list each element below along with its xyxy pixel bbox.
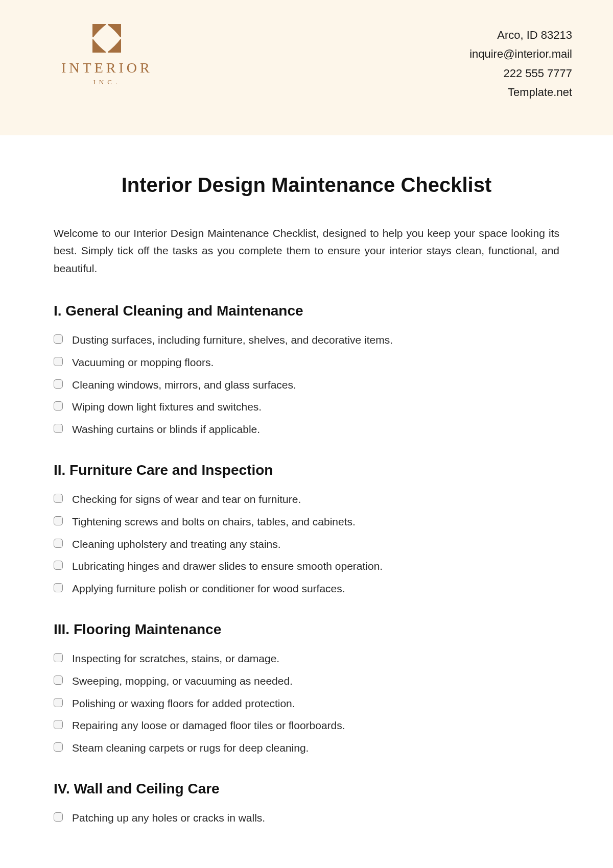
contact-phone: 222 555 7777 bbox=[469, 64, 572, 83]
checklist-item: Sweeping, mopping, or vacuuming as neede… bbox=[54, 672, 559, 690]
checklist-item: Tightening screws and bolts on chairs, t… bbox=[54, 513, 559, 531]
section-heading: I. General Cleaning and Maintenance bbox=[54, 303, 559, 319]
checklist-item-text: Washing curtains or blinds if applicable… bbox=[72, 421, 559, 438]
checklist-item: Patching up any holes or cracks in walls… bbox=[54, 809, 559, 827]
section: II. Furniture Care and InspectionCheckin… bbox=[54, 462, 559, 597]
checklist-item-text: Applying furniture polish or conditioner… bbox=[72, 580, 559, 597]
checklist-item-text: Checking for signs of wear and tear on f… bbox=[72, 491, 559, 508]
checkbox[interactable] bbox=[54, 583, 63, 592]
checklist-item-text: Tightening screws and bolts on chairs, t… bbox=[72, 513, 559, 531]
logo-text-sub: INC. bbox=[93, 78, 121, 86]
checklist-item: Polishing or waxing floors for added pro… bbox=[54, 695, 559, 712]
contact-address: Arco, ID 83213 bbox=[469, 26, 572, 44]
checklist-item: Inspecting for scratches, stains, or dam… bbox=[54, 650, 559, 667]
logo-text-main: INTERIOR bbox=[61, 60, 153, 76]
sections-container: I. General Cleaning and MaintenanceDusti… bbox=[54, 303, 559, 827]
checklist-item: Checking for signs of wear and tear on f… bbox=[54, 491, 559, 508]
checklist-item-text: Inspecting for scratches, stains, or dam… bbox=[72, 650, 559, 667]
checkbox[interactable] bbox=[54, 494, 63, 503]
intro-text: Welcome to our Interior Design Maintenan… bbox=[54, 225, 559, 278]
checklist-item-text: Lubricating hinges and drawer slides to … bbox=[72, 558, 559, 575]
checklist-item-text: Steam cleaning carpets or rugs for deep … bbox=[72, 739, 559, 757]
checkbox[interactable] bbox=[54, 561, 63, 570]
checkbox[interactable] bbox=[54, 424, 63, 433]
checklist-item-text: Polishing or waxing floors for added pro… bbox=[72, 695, 559, 712]
checkbox[interactable] bbox=[54, 357, 63, 366]
checklist: Dusting surfaces, including furniture, s… bbox=[54, 331, 559, 438]
checkbox[interactable] bbox=[54, 676, 63, 685]
section: IV. Wall and Ceiling CarePatching up any… bbox=[54, 781, 559, 827]
section-heading: II. Furniture Care and Inspection bbox=[54, 462, 559, 478]
checkbox[interactable] bbox=[54, 812, 63, 822]
checklist-item: Steam cleaning carpets or rugs for deep … bbox=[54, 739, 559, 757]
checklist-item-text: Vacuuming or mopping floors. bbox=[72, 354, 559, 371]
checklist-item-text: Repairing any loose or damaged floor til… bbox=[72, 717, 559, 734]
checklist-item-text: Cleaning windows, mirrors, and glass sur… bbox=[72, 376, 559, 394]
logo: INTERIOR INC. bbox=[61, 23, 153, 86]
document-header: INTERIOR INC. Arco, ID 83213 inquire@int… bbox=[0, 0, 613, 135]
checkbox[interactable] bbox=[54, 720, 63, 729]
checklist-item-text: Cleaning upholstery and treating any sta… bbox=[72, 536, 559, 553]
section-heading: IV. Wall and Ceiling Care bbox=[54, 781, 559, 797]
checklist-item: Repairing any loose or damaged floor til… bbox=[54, 717, 559, 734]
section: III. Flooring MaintenanceInspecting for … bbox=[54, 621, 559, 756]
contact-email: inquire@interior.mail bbox=[469, 44, 572, 63]
checkbox[interactable] bbox=[54, 379, 63, 389]
checkbox[interactable] bbox=[54, 539, 63, 548]
section: I. General Cleaning and MaintenanceDusti… bbox=[54, 303, 559, 438]
checklist: Inspecting for scratches, stains, or dam… bbox=[54, 650, 559, 756]
checkbox[interactable] bbox=[54, 742, 63, 752]
contact-website: Template.net bbox=[469, 83, 572, 102]
checkbox[interactable] bbox=[54, 334, 63, 344]
checklist-item: Vacuuming or mopping floors. bbox=[54, 354, 559, 371]
checklist-item-text: Patching up any holes or cracks in walls… bbox=[72, 809, 559, 827]
section-heading: III. Flooring Maintenance bbox=[54, 621, 559, 638]
checkbox[interactable] bbox=[54, 401, 63, 411]
checklist-item: Lubricating hinges and drawer slides to … bbox=[54, 558, 559, 575]
logo-mark-icon bbox=[91, 23, 122, 54]
page-title: Interior Design Maintenance Checklist bbox=[54, 174, 559, 197]
checkbox[interactable] bbox=[54, 653, 63, 662]
checklist: Checking for signs of wear and tear on f… bbox=[54, 491, 559, 597]
checklist-item-text: Wiping down light fixtures and switches. bbox=[72, 398, 559, 416]
checklist: Patching up any holes or cracks in walls… bbox=[54, 809, 559, 827]
checklist-item: Washing curtains or blinds if applicable… bbox=[54, 421, 559, 438]
checklist-item: Wiping down light fixtures and switches. bbox=[54, 398, 559, 416]
contact-info: Arco, ID 83213 inquire@interior.mail 222… bbox=[469, 23, 572, 102]
checklist-item: Cleaning windows, mirrors, and glass sur… bbox=[54, 376, 559, 394]
checkbox[interactable] bbox=[54, 516, 63, 525]
checklist-item-text: Sweeping, mopping, or vacuuming as neede… bbox=[72, 672, 559, 690]
checklist-item: Dusting surfaces, including furniture, s… bbox=[54, 331, 559, 349]
checklist-item: Applying furniture polish or conditioner… bbox=[54, 580, 559, 597]
checkbox[interactable] bbox=[54, 698, 63, 707]
checklist-item-text: Dusting surfaces, including furniture, s… bbox=[72, 331, 559, 349]
checklist-item: Cleaning upholstery and treating any sta… bbox=[54, 536, 559, 553]
document-content: Interior Design Maintenance Checklist We… bbox=[0, 135, 613, 827]
